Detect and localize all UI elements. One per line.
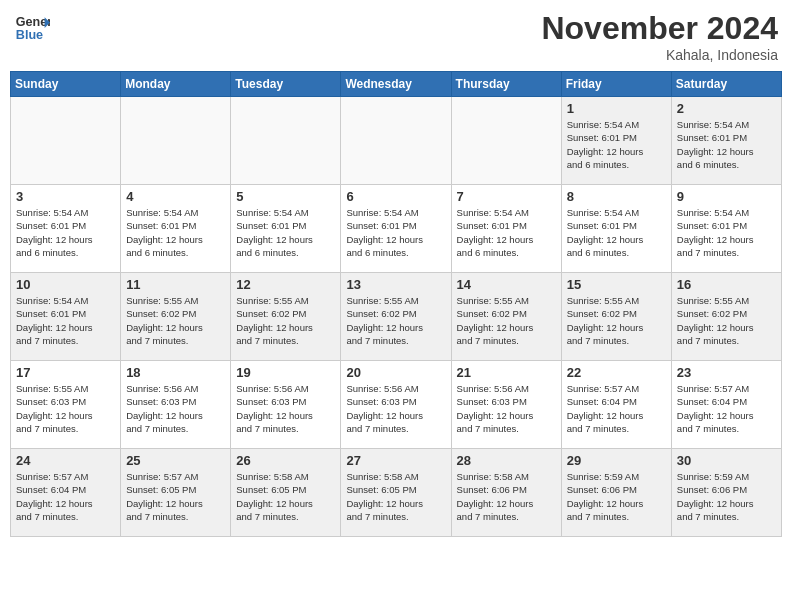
day-number: 29: [567, 453, 666, 468]
calendar-day-cell: 22Sunrise: 5:57 AMSunset: 6:04 PMDayligh…: [561, 361, 671, 449]
calendar-day-cell: 21Sunrise: 5:56 AMSunset: 6:03 PMDayligh…: [451, 361, 561, 449]
day-info: Sunrise: 5:54 AMSunset: 6:01 PMDaylight:…: [16, 206, 115, 259]
day-info: Sunrise: 5:54 AMSunset: 6:01 PMDaylight:…: [677, 118, 776, 171]
day-number: 3: [16, 189, 115, 204]
calendar-week-row: 3Sunrise: 5:54 AMSunset: 6:01 PMDaylight…: [11, 185, 782, 273]
calendar-day-cell: 29Sunrise: 5:59 AMSunset: 6:06 PMDayligh…: [561, 449, 671, 537]
day-info: Sunrise: 5:55 AMSunset: 6:02 PMDaylight:…: [457, 294, 556, 347]
calendar-day-cell: 23Sunrise: 5:57 AMSunset: 6:04 PMDayligh…: [671, 361, 781, 449]
day-number: 1: [567, 101, 666, 116]
day-info: Sunrise: 5:59 AMSunset: 6:06 PMDaylight:…: [677, 470, 776, 523]
day-number: 15: [567, 277, 666, 292]
day-number: 28: [457, 453, 556, 468]
day-info: Sunrise: 5:54 AMSunset: 6:01 PMDaylight:…: [346, 206, 445, 259]
day-number: 24: [16, 453, 115, 468]
calendar-day-cell: 4Sunrise: 5:54 AMSunset: 6:01 PMDaylight…: [121, 185, 231, 273]
header-row: SundayMondayTuesdayWednesdayThursdayFrid…: [11, 72, 782, 97]
day-info: Sunrise: 5:55 AMSunset: 6:02 PMDaylight:…: [346, 294, 445, 347]
day-info: Sunrise: 5:59 AMSunset: 6:06 PMDaylight:…: [567, 470, 666, 523]
day-info: Sunrise: 5:58 AMSunset: 6:06 PMDaylight:…: [457, 470, 556, 523]
day-info: Sunrise: 5:56 AMSunset: 6:03 PMDaylight:…: [346, 382, 445, 435]
day-number: 4: [126, 189, 225, 204]
calendar-day-cell: 13Sunrise: 5:55 AMSunset: 6:02 PMDayligh…: [341, 273, 451, 361]
day-info: Sunrise: 5:54 AMSunset: 6:01 PMDaylight:…: [567, 206, 666, 259]
weekday-header: Sunday: [11, 72, 121, 97]
day-number: 6: [346, 189, 445, 204]
calendar-day-cell: 11Sunrise: 5:55 AMSunset: 6:02 PMDayligh…: [121, 273, 231, 361]
calendar-week-row: 10Sunrise: 5:54 AMSunset: 6:01 PMDayligh…: [11, 273, 782, 361]
day-info: Sunrise: 5:58 AMSunset: 6:05 PMDaylight:…: [346, 470, 445, 523]
calendar-day-cell: 25Sunrise: 5:57 AMSunset: 6:05 PMDayligh…: [121, 449, 231, 537]
day-number: 27: [346, 453, 445, 468]
calendar-day-cell: 28Sunrise: 5:58 AMSunset: 6:06 PMDayligh…: [451, 449, 561, 537]
day-number: 8: [567, 189, 666, 204]
weekday-header: Tuesday: [231, 72, 341, 97]
weekday-header: Saturday: [671, 72, 781, 97]
calendar-week-row: 17Sunrise: 5:55 AMSunset: 6:03 PMDayligh…: [11, 361, 782, 449]
day-info: Sunrise: 5:54 AMSunset: 6:01 PMDaylight:…: [126, 206, 225, 259]
day-number: 11: [126, 277, 225, 292]
calendar-day-cell: [121, 97, 231, 185]
calendar-day-cell: 17Sunrise: 5:55 AMSunset: 6:03 PMDayligh…: [11, 361, 121, 449]
day-info: Sunrise: 5:57 AMSunset: 6:04 PMDaylight:…: [16, 470, 115, 523]
calendar-day-cell: 8Sunrise: 5:54 AMSunset: 6:01 PMDaylight…: [561, 185, 671, 273]
day-number: 25: [126, 453, 225, 468]
calendar-day-cell: 19Sunrise: 5:56 AMSunset: 6:03 PMDayligh…: [231, 361, 341, 449]
day-info: Sunrise: 5:57 AMSunset: 6:04 PMDaylight:…: [677, 382, 776, 435]
month-title: November 2024: [541, 10, 778, 47]
page-header: General Blue November 2024 Kahala, Indon…: [10, 10, 782, 63]
calendar-day-cell: 15Sunrise: 5:55 AMSunset: 6:02 PMDayligh…: [561, 273, 671, 361]
calendar-day-cell: [341, 97, 451, 185]
day-info: Sunrise: 5:56 AMSunset: 6:03 PMDaylight:…: [236, 382, 335, 435]
weekday-header: Wednesday: [341, 72, 451, 97]
calendar-day-cell: 7Sunrise: 5:54 AMSunset: 6:01 PMDaylight…: [451, 185, 561, 273]
day-number: 2: [677, 101, 776, 116]
calendar-day-cell: 18Sunrise: 5:56 AMSunset: 6:03 PMDayligh…: [121, 361, 231, 449]
calendar-day-cell: 16Sunrise: 5:55 AMSunset: 6:02 PMDayligh…: [671, 273, 781, 361]
day-info: Sunrise: 5:55 AMSunset: 6:02 PMDaylight:…: [126, 294, 225, 347]
weekday-header: Thursday: [451, 72, 561, 97]
day-info: Sunrise: 5:58 AMSunset: 6:05 PMDaylight:…: [236, 470, 335, 523]
day-number: 10: [16, 277, 115, 292]
weekday-header: Monday: [121, 72, 231, 97]
day-info: Sunrise: 5:57 AMSunset: 6:05 PMDaylight:…: [126, 470, 225, 523]
day-number: 26: [236, 453, 335, 468]
location: Kahala, Indonesia: [541, 47, 778, 63]
calendar-week-row: 24Sunrise: 5:57 AMSunset: 6:04 PMDayligh…: [11, 449, 782, 537]
day-number: 5: [236, 189, 335, 204]
calendar-day-cell: 10Sunrise: 5:54 AMSunset: 6:01 PMDayligh…: [11, 273, 121, 361]
day-number: 21: [457, 365, 556, 380]
day-number: 14: [457, 277, 556, 292]
day-number: 22: [567, 365, 666, 380]
logo-icon: General Blue: [14, 10, 50, 46]
day-number: 13: [346, 277, 445, 292]
day-info: Sunrise: 5:56 AMSunset: 6:03 PMDaylight:…: [126, 382, 225, 435]
day-info: Sunrise: 5:54 AMSunset: 6:01 PMDaylight:…: [236, 206, 335, 259]
calendar-day-cell: 9Sunrise: 5:54 AMSunset: 6:01 PMDaylight…: [671, 185, 781, 273]
day-number: 12: [236, 277, 335, 292]
calendar-day-cell: 2Sunrise: 5:54 AMSunset: 6:01 PMDaylight…: [671, 97, 781, 185]
calendar-day-cell: 30Sunrise: 5:59 AMSunset: 6:06 PMDayligh…: [671, 449, 781, 537]
calendar-day-cell: [11, 97, 121, 185]
day-number: 7: [457, 189, 556, 204]
day-info: Sunrise: 5:55 AMSunset: 6:02 PMDaylight:…: [236, 294, 335, 347]
calendar-day-cell: 5Sunrise: 5:54 AMSunset: 6:01 PMDaylight…: [231, 185, 341, 273]
calendar-day-cell: 27Sunrise: 5:58 AMSunset: 6:05 PMDayligh…: [341, 449, 451, 537]
calendar-week-row: 1Sunrise: 5:54 AMSunset: 6:01 PMDaylight…: [11, 97, 782, 185]
title-block: November 2024 Kahala, Indonesia: [541, 10, 778, 63]
logo: General Blue: [14, 10, 50, 46]
day-info: Sunrise: 5:57 AMSunset: 6:04 PMDaylight:…: [567, 382, 666, 435]
calendar-day-cell: 3Sunrise: 5:54 AMSunset: 6:01 PMDaylight…: [11, 185, 121, 273]
calendar-day-cell: 24Sunrise: 5:57 AMSunset: 6:04 PMDayligh…: [11, 449, 121, 537]
svg-text:Blue: Blue: [16, 28, 43, 42]
calendar-day-cell: 12Sunrise: 5:55 AMSunset: 6:02 PMDayligh…: [231, 273, 341, 361]
calendar-day-cell: [231, 97, 341, 185]
day-info: Sunrise: 5:54 AMSunset: 6:01 PMDaylight:…: [677, 206, 776, 259]
day-number: 18: [126, 365, 225, 380]
day-info: Sunrise: 5:55 AMSunset: 6:02 PMDaylight:…: [567, 294, 666, 347]
day-number: 20: [346, 365, 445, 380]
calendar-day-cell: 20Sunrise: 5:56 AMSunset: 6:03 PMDayligh…: [341, 361, 451, 449]
calendar-day-cell: [451, 97, 561, 185]
calendar-day-cell: 26Sunrise: 5:58 AMSunset: 6:05 PMDayligh…: [231, 449, 341, 537]
calendar-day-cell: 14Sunrise: 5:55 AMSunset: 6:02 PMDayligh…: [451, 273, 561, 361]
